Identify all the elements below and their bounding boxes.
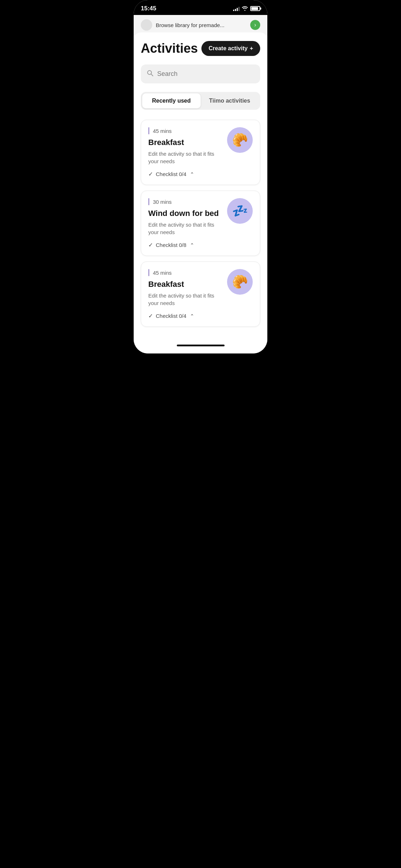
- activity-description: Edit the activity so that it fits your n…: [148, 221, 221, 236]
- activity-card[interactable]: 45 mins Breakfast Edit the activity so t…: [141, 262, 260, 327]
- card-content: 45 mins Breakfast Edit the activity so t…: [148, 269, 227, 319]
- checklist-label: Checklist 0/4: [156, 313, 186, 319]
- activity-emoji-circle: 💤: [227, 198, 253, 224]
- card-inner: 45 mins Breakfast Edit the activity so t…: [148, 269, 253, 319]
- card-inner: 45 mins Breakfast Edit the activity so t…: [148, 127, 253, 177]
- checklist-row[interactable]: ✓ Checklist 0/4 ⌃: [148, 312, 221, 319]
- create-activity-label: Create activity: [209, 45, 247, 52]
- page-header: Activities Create activity +: [141, 41, 260, 56]
- home-indicator: [134, 341, 267, 353]
- checklist-label: Checklist 0/4: [156, 171, 186, 177]
- search-icon: [146, 69, 154, 78]
- duration-row: 45 mins: [148, 127, 221, 134]
- tab-recently-used[interactable]: Recently used: [142, 93, 201, 108]
- duration-text: 45 mins: [153, 128, 172, 134]
- activity-description: Edit the activity so that it fits your n…: [148, 150, 221, 165]
- search-input[interactable]: [157, 70, 255, 78]
- browse-banner-arrow-icon: ›: [250, 20, 260, 30]
- signal-icon: [233, 6, 240, 11]
- home-bar: [177, 345, 225, 346]
- duration-row: 45 mins: [148, 269, 221, 276]
- browse-banner-text: Browse library for premade...: [156, 22, 225, 28]
- wifi-icon: [242, 6, 248, 12]
- create-activity-button[interactable]: Create activity +: [201, 41, 260, 56]
- activity-card[interactable]: 45 mins Breakfast Edit the activity so t…: [141, 120, 260, 185]
- chevron-up-icon: ⌃: [190, 171, 194, 177]
- activity-description: Edit the activity so that it fits your n…: [148, 292, 221, 307]
- activity-card[interactable]: 30 mins Wind down for bed Edit the activ…: [141, 191, 260, 256]
- browse-banner-icon: [141, 19, 152, 31]
- tabs-container: Recently used Tiimo activities: [141, 92, 260, 110]
- chevron-up-icon: ⌃: [190, 242, 194, 248]
- duration-text: 30 mins: [153, 199, 172, 205]
- search-wrapper[interactable]: [141, 64, 260, 83]
- activity-title: Breakfast: [148, 138, 221, 147]
- check-icon: ✓: [148, 312, 153, 319]
- card-inner: 30 mins Wind down for bed Edit the activ…: [148, 198, 253, 248]
- checklist-label: Checklist 0/8: [156, 242, 186, 248]
- duration-text: 45 mins: [153, 270, 172, 276]
- status-time: 15:45: [141, 5, 156, 12]
- phone-frame: 15:45 Browse library for premade.: [134, 0, 267, 353]
- activity-list: 45 mins Breakfast Edit the activity so t…: [141, 120, 260, 327]
- battery-icon: [250, 6, 260, 11]
- battery-fill: [251, 7, 258, 10]
- duration-bar: [148, 127, 149, 134]
- activity-emoji-circle: 🥐: [227, 269, 253, 295]
- card-content: 30 mins Wind down for bed Edit the activ…: [148, 198, 227, 248]
- activity-title: Wind down for bed: [148, 209, 221, 218]
- duration-bar: [148, 198, 149, 205]
- svg-line-1: [151, 74, 153, 76]
- checklist-row[interactable]: ✓ Checklist 0/4 ⌃: [148, 171, 221, 177]
- status-bar: 15:45: [134, 0, 267, 15]
- card-content: 45 mins Breakfast Edit the activity so t…: [148, 127, 227, 177]
- search-container: [141, 64, 260, 83]
- tab-tiimo-activities[interactable]: Tiimo activities: [201, 93, 259, 108]
- create-activity-plus-icon: +: [250, 45, 253, 52]
- status-icons: [233, 6, 260, 12]
- duration-row: 30 mins: [148, 198, 221, 205]
- checklist-row[interactable]: ✓ Checklist 0/8 ⌃: [148, 242, 221, 248]
- chevron-up-icon: ⌃: [190, 313, 194, 319]
- check-icon: ✓: [148, 171, 153, 177]
- activity-title: Breakfast: [148, 280, 221, 289]
- duration-bar: [148, 269, 149, 276]
- page-title: Activities: [141, 41, 198, 56]
- check-icon: ✓: [148, 242, 153, 248]
- activity-emoji-circle: 🥐: [227, 127, 253, 153]
- main-content: Activities Create activity + Recen: [134, 32, 267, 341]
